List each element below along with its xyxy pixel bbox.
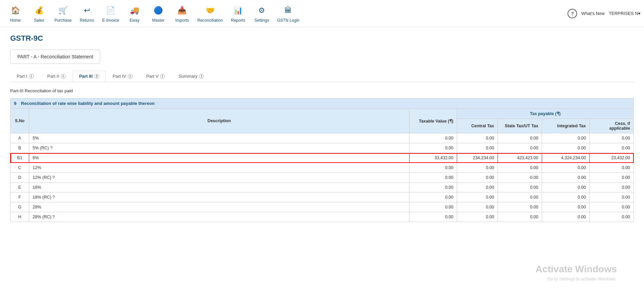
th-description: Description	[29, 109, 410, 133]
cell-state: 0.00	[498, 192, 542, 202]
nav-item-returns[interactable]: ↩Returns	[75, 2, 99, 25]
tab-part3[interactable]: Part IIIℹ	[73, 71, 106, 82]
sales-icon: 💰	[33, 4, 45, 17]
cell-state: 0.00	[498, 133, 542, 143]
cell-integrated: 0.00	[542, 192, 590, 202]
settings-label: Settings	[255, 18, 269, 23]
returns-label: Returns	[80, 18, 94, 23]
nav-item-sales[interactable]: 💰Sales	[27, 2, 51, 25]
page-content: GSTR-9C PART - A - Reconciliation Statem…	[0, 27, 644, 229]
cell-integrated: 0.00	[542, 173, 590, 183]
gstn-label: GSTN Login	[277, 18, 299, 23]
reports-icon: 📊	[232, 4, 244, 17]
purchase-label: Purchase	[54, 18, 72, 23]
eway-label: Eway	[129, 18, 139, 23]
part2-info-icon: ℹ	[61, 74, 66, 79]
cell-sno: B1	[11, 153, 29, 163]
table-row: C 12% 0.00 0.00 0.00 0.00 0.00	[11, 163, 634, 173]
einvoice-label: E-Invoice	[102, 18, 119, 23]
imports-label: Imports	[175, 18, 189, 23]
th-sno: S.No	[11, 109, 29, 133]
cell-sno: A	[11, 133, 29, 143]
cell-taxable: 0.00	[410, 183, 457, 192]
th-cess: Cess, if applicable	[590, 119, 634, 133]
reconciliation-label: Reconciliation	[197, 18, 223, 23]
cell-state: 0.00	[498, 183, 542, 192]
master-label: Master	[152, 18, 164, 23]
part-a-tab[interactable]: PART - A - Reconciliation Statement	[10, 50, 100, 64]
cell-cess: 0.00	[590, 163, 634, 173]
cell-cess: 0.00	[590, 192, 634, 202]
cell-cess: 0.00	[590, 183, 634, 192]
nav-item-settings[interactable]: ⚙Settings	[250, 2, 274, 25]
cell-cess: 0.00	[590, 202, 634, 212]
cell-state: 0.00	[498, 163, 542, 173]
cell-state: 0.00	[498, 173, 542, 183]
cell-central: 0.00	[457, 133, 498, 143]
tab-summary[interactable]: Summaryℹ	[172, 71, 210, 82]
table-row: E 18% 0.00 0.00 0.00 0.00 0.00	[11, 183, 634, 192]
cell-sno: B	[11, 143, 29, 153]
cell-central: 0.00	[457, 163, 498, 173]
tab-part2-label: Part II	[47, 74, 59, 79]
cell-state: 0.00	[498, 143, 542, 153]
nav-item-master[interactable]: 🔵Master	[146, 2, 170, 25]
cell-central: 0.00	[457, 202, 498, 212]
table-row: B 5% (RC) ? 0.00 0.00 0.00 0.00 0.00	[11, 143, 634, 153]
cell-desc: 28% (RC) ?	[29, 212, 410, 222]
nav-item-gstn[interactable]: 🏛GSTN Login	[274, 2, 303, 25]
tab-part4-label: Part IV	[113, 74, 126, 79]
nav-item-purchase[interactable]: 🛒Purchase	[51, 2, 75, 25]
cell-taxable: 0.00	[410, 143, 457, 153]
tab-part1-label: Part I	[17, 74, 27, 79]
purchase-icon: 🛒	[57, 4, 69, 17]
table-row: B1 6% 33,432.00 234,234.00 423,423.00 4,…	[11, 153, 634, 163]
imports-icon: 📥	[176, 4, 188, 17]
th-integrated-tax: Integrated Tax	[542, 119, 590, 133]
nav-item-reports[interactable]: 📊Reports	[226, 2, 250, 25]
cell-state: 423,423.00	[498, 153, 542, 163]
cell-sno: H	[11, 212, 29, 222]
cell-desc: 5%	[29, 133, 410, 143]
enterprise-label[interactable]: TERPRISES N▾	[609, 11, 641, 16]
th-state-tax: State Tax/UT Tax	[498, 119, 542, 133]
returns-icon: ↩	[81, 4, 93, 17]
cell-integrated: 0.00	[542, 133, 590, 143]
nav-item-reconciliation[interactable]: 🤝Reconciliation	[194, 2, 226, 25]
home-label: Home	[10, 18, 21, 23]
th-central-tax: Central Tax	[457, 119, 498, 133]
cell-taxable: 0.00	[410, 202, 457, 212]
cell-taxable: 0.00	[410, 212, 457, 222]
reconciliation-icon: 🤝	[204, 4, 216, 17]
cell-central: 0.00	[457, 173, 498, 183]
nav-item-home[interactable]: 🏠Home	[3, 2, 27, 25]
table-row: G 28% 0.00 0.00 0.00 0.00 0.00	[11, 202, 634, 212]
th-taxable-value: Taxable Value (₹)	[410, 109, 457, 133]
summary-info-icon: ℹ	[199, 74, 204, 79]
master-icon: 🔵	[152, 4, 164, 17]
tab-part2[interactable]: Part IIℹ	[41, 71, 72, 82]
tab-part3-label: Part III	[79, 74, 93, 79]
tabs-row: Part IℹPart IIℹPart IIIℹPart IVℹPart VℹS…	[10, 71, 634, 82]
cell-cess: 23,432.00	[590, 153, 634, 163]
cell-taxable: 0.00	[410, 173, 457, 183]
cell-desc: 28%	[29, 202, 410, 212]
cell-integrated: 0.00	[542, 163, 590, 173]
navbar: 🏠Home💰Sales🛒Purchase↩Returns📄E-Invoice🚚E…	[0, 0, 644, 27]
part3-info-icon: ℹ	[94, 74, 99, 79]
cell-state: 0.00	[498, 212, 542, 222]
tab-part5[interactable]: Part Vℹ	[140, 71, 171, 82]
nav-item-imports[interactable]: 📥Imports	[170, 2, 194, 25]
cell-central: 0.00	[457, 143, 498, 153]
reconciliation-table: 9 Reconciliation of rate wise liability …	[10, 98, 634, 222]
whats-new-link[interactable]: What's New	[581, 11, 605, 16]
nav-item-eway[interactable]: 🚚Eway	[123, 2, 146, 25]
tab-part4[interactable]: Part IVℹ	[106, 71, 139, 82]
tab-part1[interactable]: Part Iℹ	[10, 71, 40, 82]
nav-item-einvoice[interactable]: 📄E-Invoice	[99, 2, 123, 25]
cell-integrated: 0.00	[542, 183, 590, 192]
cell-integrated: 0.00	[542, 202, 590, 212]
cell-integrated: 0.00	[542, 212, 590, 222]
help-button[interactable]: ?	[568, 9, 577, 18]
cell-cess: 0.00	[590, 212, 634, 222]
